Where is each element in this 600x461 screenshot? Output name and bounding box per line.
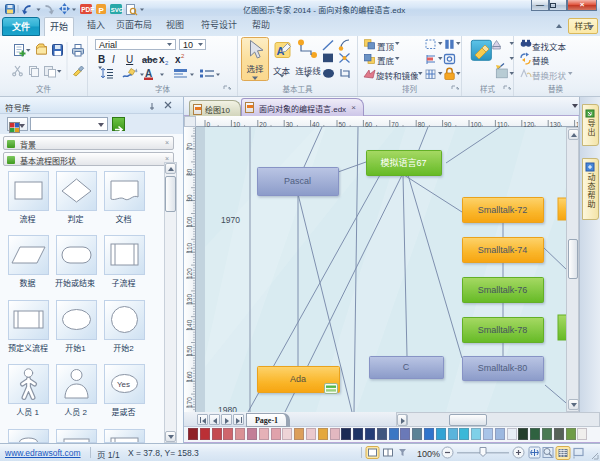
svg-text:Arial: Arial (99, 40, 117, 50)
svg-text:SVG: SVG (111, 7, 124, 13)
svg-text:140: 140 (186, 319, 193, 330)
svg-text:A: A (145, 68, 152, 79)
svg-text:模拟语言67: 模拟语言67 (380, 157, 426, 168)
svg-text:abc: abc (142, 55, 158, 65)
svg-text:110: 110 (186, 242, 193, 253)
svg-text:I: I (112, 54, 115, 65)
svg-text:Ada: Ada (290, 374, 306, 384)
svg-text:10: 10 (183, 40, 193, 50)
svg-text:Smalltalk-76: Smalltalk-76 (478, 285, 528, 295)
svg-text:120: 120 (186, 268, 193, 279)
svg-text:80: 80 (186, 168, 193, 176)
svg-text:P: P (99, 6, 105, 15)
svg-text:Smalltalk-78: Smalltalk-78 (478, 325, 528, 335)
svg-text:100%: 100% (417, 449, 440, 459)
svg-text:170: 170 (186, 397, 193, 408)
svg-text:Smalltalk-74: Smalltalk-74 (478, 245, 528, 255)
svg-text:PDF: PDF (81, 6, 94, 13)
svg-text:100: 100 (186, 216, 193, 227)
svg-text:1970: 1970 (221, 215, 240, 225)
svg-text:B: B (98, 54, 105, 65)
svg-text:150: 150 (186, 345, 193, 356)
svg-text:160: 160 (186, 371, 193, 382)
svg-text:130: 130 (186, 294, 193, 305)
svg-text:70: 70 (186, 142, 193, 150)
svg-text:Smalltalk-80: Smalltalk-80 (478, 363, 528, 373)
svg-text:90: 90 (186, 194, 193, 202)
svg-text:2: 2 (181, 53, 185, 59)
svg-text:Smalltalk-72: Smalltalk-72 (478, 205, 528, 215)
svg-text:U: U (126, 54, 133, 65)
svg-text:2: 2 (165, 60, 169, 66)
svg-text:Yes: Yes (117, 380, 130, 389)
svg-text:1980: 1980 (218, 405, 237, 412)
svg-text:C: C (403, 362, 410, 372)
svg-text:Pascal: Pascal (284, 176, 311, 186)
